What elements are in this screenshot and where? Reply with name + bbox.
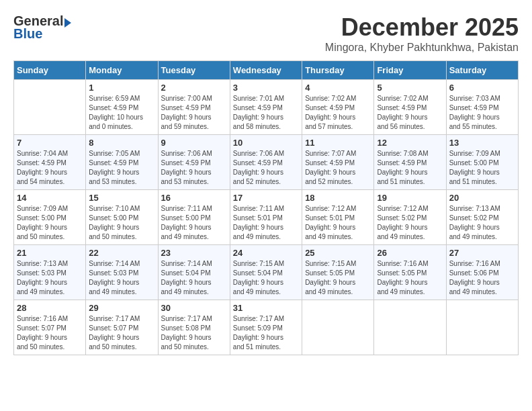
day-info: Sunrise: 7:00 AMSunset: 4:59 PMDaylight:… [161, 94, 227, 132]
day-info: Sunrise: 7:17 AMSunset: 5:09 PMDaylight:… [233, 314, 299, 352]
weekday-header-saturday: Saturday [446, 61, 518, 80]
day-number: 31 [233, 303, 299, 313]
day-info: Sunrise: 7:11 AMSunset: 5:01 PMDaylight:… [233, 204, 299, 242]
weekday-header-monday: Monday [86, 61, 158, 80]
day-number: 8 [89, 138, 154, 148]
calendar-cell: 20Sunrise: 7:13 AMSunset: 5:02 PMDayligh… [446, 190, 518, 245]
day-number: 12 [377, 138, 443, 148]
day-info: Sunrise: 7:15 AMSunset: 5:04 PMDaylight:… [233, 259, 299, 297]
day-number: 6 [449, 83, 515, 93]
day-info: Sunrise: 7:02 AMSunset: 4:59 PMDaylight:… [305, 94, 371, 132]
location-title: Mingora, Khyber Pakhtunkhwa, Pakistan [325, 42, 519, 54]
weekday-header-row: SundayMondayTuesdayWednesdayThursdayFrid… [14, 61, 519, 80]
day-info: Sunrise: 7:06 AMSunset: 4:59 PMDaylight:… [161, 149, 227, 187]
day-number: 25 [305, 248, 371, 258]
calendar-cell: 27Sunrise: 7:16 AMSunset: 5:06 PMDayligh… [446, 245, 518, 300]
calendar-cell: 25Sunrise: 7:15 AMSunset: 5:05 PMDayligh… [302, 245, 374, 300]
calendar-cell: 22Sunrise: 7:14 AMSunset: 5:03 PMDayligh… [86, 245, 158, 300]
day-number: 20 [449, 193, 515, 203]
day-info: Sunrise: 7:03 AMSunset: 4:59 PMDaylight:… [449, 94, 515, 132]
calendar-cell: 3Sunrise: 7:01 AMSunset: 4:59 PMDaylight… [230, 80, 302, 135]
month-title: December 2025 [325, 13, 519, 42]
calendar-cell: 12Sunrise: 7:08 AMSunset: 4:59 PMDayligh… [374, 135, 446, 190]
day-info: Sunrise: 7:12 AMSunset: 5:02 PMDaylight:… [377, 204, 443, 242]
day-number: 1 [89, 83, 154, 93]
calendar-cell: 19Sunrise: 7:12 AMSunset: 5:02 PMDayligh… [374, 190, 446, 245]
day-number: 28 [17, 303, 83, 313]
day-number: 29 [89, 303, 154, 313]
day-number: 13 [449, 138, 515, 148]
calendar-cell: 10Sunrise: 7:06 AMSunset: 4:59 PMDayligh… [230, 135, 302, 190]
day-info: Sunrise: 7:13 AMSunset: 5:02 PMDaylight:… [449, 204, 515, 242]
calendar-cell: 4Sunrise: 7:02 AMSunset: 4:59 PMDaylight… [302, 80, 374, 135]
day-number: 21 [17, 248, 83, 258]
day-number: 14 [17, 193, 83, 203]
calendar-cell [374, 300, 446, 355]
day-info: Sunrise: 7:09 AMSunset: 5:00 PMDaylight:… [449, 149, 515, 187]
calendar-cell: 1Sunrise: 6:59 AMSunset: 4:59 PMDaylight… [86, 80, 158, 135]
day-info: Sunrise: 7:09 AMSunset: 5:00 PMDaylight:… [17, 204, 83, 242]
calendar-cell: 11Sunrise: 7:07 AMSunset: 4:59 PMDayligh… [302, 135, 374, 190]
calendar-cell: 13Sunrise: 7:09 AMSunset: 5:00 PMDayligh… [446, 135, 518, 190]
weekday-header-wednesday: Wednesday [230, 61, 302, 80]
calendar-cell: 6Sunrise: 7:03 AMSunset: 4:59 PMDaylight… [446, 80, 518, 135]
calendar-cell: 23Sunrise: 7:14 AMSunset: 5:04 PMDayligh… [158, 245, 230, 300]
calendar-table: SundayMondayTuesdayWednesdayThursdayFrid… [13, 60, 519, 355]
weekday-header-friday: Friday [374, 61, 446, 80]
day-info: Sunrise: 6:59 AMSunset: 4:59 PMDaylight:… [89, 94, 154, 132]
day-info: Sunrise: 7:05 AMSunset: 4:59 PMDaylight:… [89, 149, 154, 187]
calendar-cell [302, 300, 374, 355]
weekday-header-tuesday: Tuesday [158, 61, 230, 80]
day-info: Sunrise: 7:06 AMSunset: 4:59 PMDaylight:… [233, 149, 299, 187]
day-number: 15 [89, 193, 154, 203]
calendar-cell: 14Sunrise: 7:09 AMSunset: 5:00 PMDayligh… [14, 190, 86, 245]
calendar-cell: 8Sunrise: 7:05 AMSunset: 4:59 PMDaylight… [86, 135, 158, 190]
calendar-cell: 28Sunrise: 7:16 AMSunset: 5:07 PMDayligh… [14, 300, 86, 355]
day-number: 11 [305, 138, 371, 148]
calendar-cell [14, 80, 86, 135]
day-info: Sunrise: 7:16 AMSunset: 5:05 PMDaylight:… [377, 259, 443, 297]
calendar-cell: 5Sunrise: 7:02 AMSunset: 4:59 PMDaylight… [374, 80, 446, 135]
day-info: Sunrise: 7:14 AMSunset: 5:03 PMDaylight:… [89, 259, 154, 297]
day-info: Sunrise: 7:11 AMSunset: 5:00 PMDaylight:… [161, 204, 227, 242]
page-header: General Blue December 2025 Mingora, Khyb… [13, 13, 519, 54]
calendar-cell: 21Sunrise: 7:13 AMSunset: 5:03 PMDayligh… [14, 245, 86, 300]
calendar-cell: 2Sunrise: 7:00 AMSunset: 4:59 PMDaylight… [158, 80, 230, 135]
calendar-week-row: 1Sunrise: 6:59 AMSunset: 4:59 PMDaylight… [14, 80, 519, 135]
calendar-cell [446, 300, 518, 355]
day-number: 9 [161, 138, 227, 148]
calendar-cell: 9Sunrise: 7:06 AMSunset: 4:59 PMDaylight… [158, 135, 230, 190]
day-number: 18 [305, 193, 371, 203]
day-info: Sunrise: 7:15 AMSunset: 5:05 PMDaylight:… [305, 259, 371, 297]
logo: General Blue [13, 13, 71, 42]
title-section: December 2025 Mingora, Khyber Pakhtunkhw… [325, 13, 519, 54]
day-number: 23 [161, 248, 227, 258]
day-info: Sunrise: 7:07 AMSunset: 4:59 PMDaylight:… [305, 149, 371, 187]
calendar-week-row: 21Sunrise: 7:13 AMSunset: 5:03 PMDayligh… [14, 245, 519, 300]
day-info: Sunrise: 7:12 AMSunset: 5:01 PMDaylight:… [305, 204, 371, 242]
logo-arrow [64, 18, 71, 28]
calendar-cell: 17Sunrise: 7:11 AMSunset: 5:01 PMDayligh… [230, 190, 302, 245]
calendar-week-row: 14Sunrise: 7:09 AMSunset: 5:00 PMDayligh… [14, 190, 519, 245]
day-info: Sunrise: 7:08 AMSunset: 4:59 PMDaylight:… [377, 149, 443, 187]
day-number: 4 [305, 83, 371, 93]
day-number: 10 [233, 138, 299, 148]
day-info: Sunrise: 7:16 AMSunset: 5:06 PMDaylight:… [449, 259, 515, 297]
calendar-week-row: 7Sunrise: 7:04 AMSunset: 4:59 PMDaylight… [14, 135, 519, 190]
day-info: Sunrise: 7:16 AMSunset: 5:07 PMDaylight:… [17, 314, 83, 352]
weekday-header-thursday: Thursday [302, 61, 374, 80]
day-number: 5 [377, 83, 443, 93]
day-info: Sunrise: 7:01 AMSunset: 4:59 PMDaylight:… [233, 94, 299, 132]
day-info: Sunrise: 7:17 AMSunset: 5:08 PMDaylight:… [161, 314, 227, 352]
day-number: 19 [377, 193, 443, 203]
day-number: 17 [233, 193, 299, 203]
calendar-cell: 31Sunrise: 7:17 AMSunset: 5:09 PMDayligh… [230, 300, 302, 355]
calendar-cell: 24Sunrise: 7:15 AMSunset: 5:04 PMDayligh… [230, 245, 302, 300]
day-number: 22 [89, 248, 154, 258]
day-info: Sunrise: 7:04 AMSunset: 4:59 PMDaylight:… [17, 149, 83, 187]
day-number: 26 [377, 248, 443, 258]
day-number: 3 [233, 83, 299, 93]
day-info: Sunrise: 7:14 AMSunset: 5:04 PMDaylight:… [161, 259, 227, 297]
calendar-cell: 7Sunrise: 7:04 AMSunset: 4:59 PMDaylight… [14, 135, 86, 190]
calendar-cell: 18Sunrise: 7:12 AMSunset: 5:01 PMDayligh… [302, 190, 374, 245]
